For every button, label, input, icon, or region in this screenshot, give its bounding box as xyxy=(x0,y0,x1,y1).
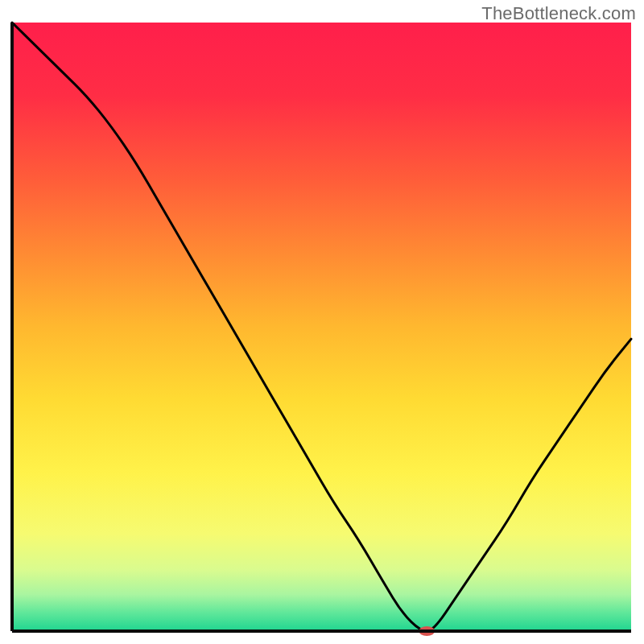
bottleneck-chart xyxy=(0,0,644,644)
plot-background xyxy=(12,23,631,631)
watermark-text: TheBottleneck.com xyxy=(481,3,636,24)
